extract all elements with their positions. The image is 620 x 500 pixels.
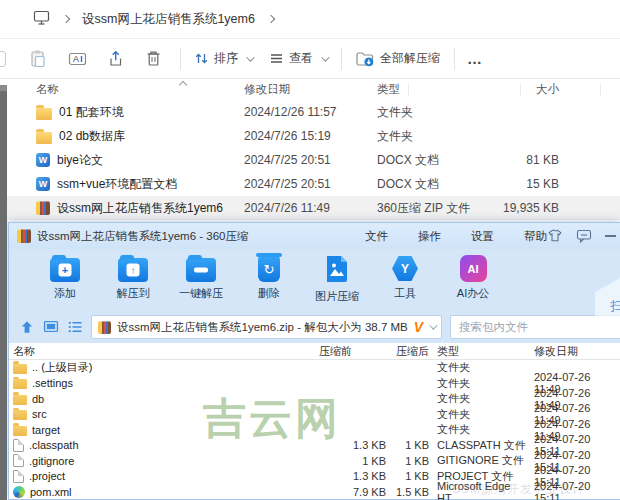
file-size: 81 KB bbox=[489, 153, 559, 167]
tools-button[interactable]: 工具 bbox=[371, 255, 439, 311]
ai-office-button[interactable]: AI办公 bbox=[439, 255, 507, 311]
archive-address-field[interactable]: 设ssm网上花店销售系统1yem6.zip - 解包大小为 38.7 MB bbox=[91, 315, 442, 339]
size-after: 1 KB bbox=[386, 470, 429, 482]
file-explorer-window: 设ssm网上花店销售系统1yem6 A 排序 bbox=[0, 0, 620, 222]
trash-icon[interactable] bbox=[144, 49, 163, 68]
background-window-edge bbox=[0, 85, 7, 500]
file-type: 文件夹 bbox=[377, 128, 489, 145]
size-after: 1.5 KB bbox=[386, 486, 429, 498]
column-header-before[interactable]: 压缩前 bbox=[273, 344, 386, 359]
file-row[interactable]: ssm+vue环境配置文档 2024/7/25 20:51 DOCX 文档 15… bbox=[0, 172, 620, 196]
file-row[interactable]: 01 配套环境 2024/12/26 11:57 文件夹 bbox=[0, 100, 620, 124]
column-header-date[interactable]: 修改日期 bbox=[244, 82, 377, 97]
file-size: 19,935 KB bbox=[489, 201, 559, 215]
toolbar-label: 解压到 bbox=[117, 286, 150, 301]
delete-button[interactable]: 删除 bbox=[235, 255, 303, 311]
file-row[interactable]: biye论文 2024/7/25 20:51 DOCX 文档 81 KB bbox=[0, 148, 620, 172]
zip-archive-icon bbox=[98, 321, 111, 334]
folder-icon bbox=[13, 364, 27, 374]
menu-settings[interactable]: 设置 bbox=[471, 229, 494, 244]
one-click-extract-button[interactable]: 一键解压 bbox=[167, 255, 235, 311]
360zip-address-bar: 设ssm网上花店销售系统1yem6.zip - 解包大小为 38.7 MB bbox=[9, 311, 620, 343]
column-header-size[interactable]: 大小 bbox=[489, 82, 559, 97]
archive-column-headers: 名称 压缩前 压缩后 类型 修改日期 bbox=[9, 343, 620, 360]
more-options-button[interactable]: … bbox=[467, 50, 483, 67]
folder-icon bbox=[13, 410, 27, 420]
file-date: 2024/7/25 20:51 bbox=[244, 153, 377, 167]
folder-plus-icon bbox=[50, 258, 80, 282]
menu-bar: 文件 操作 设置 帮助 bbox=[365, 223, 547, 249]
folder-icon bbox=[13, 426, 27, 436]
column-header-name[interactable]: 名称 bbox=[0, 82, 244, 97]
list-view-icon[interactable] bbox=[67, 319, 83, 335]
file-name: 02 db数据库 bbox=[59, 128, 125, 145]
search-input[interactable] bbox=[450, 315, 620, 339]
menu-file[interactable]: 文件 bbox=[365, 229, 388, 244]
view-mode-icon[interactable] bbox=[43, 319, 59, 335]
toolbar-label: 工具 bbox=[394, 286, 416, 301]
zip-archive-icon bbox=[17, 229, 31, 243]
breadcrumb-chevron-icon bbox=[62, 15, 70, 23]
toolbar-divider bbox=[341, 48, 342, 70]
extract-folder-icon bbox=[355, 49, 375, 68]
menu-help[interactable]: 帮助 bbox=[524, 229, 547, 244]
explorer-column-headers: 名称 修改日期 类型 大小 bbox=[0, 79, 620, 100]
entry-name: .classpath bbox=[29, 439, 79, 451]
entry-name: .project bbox=[29, 470, 65, 482]
image-compress-icon bbox=[325, 255, 349, 285]
extract-all-button[interactable]: 全部解压缩 bbox=[355, 49, 440, 68]
blank-file-icon bbox=[13, 439, 24, 452]
folder-icon bbox=[13, 395, 27, 405]
folder-one-click-extract-icon bbox=[186, 258, 216, 282]
chevron-down-icon[interactable] bbox=[429, 321, 437, 329]
minimize-icon[interactable] bbox=[605, 235, 616, 237]
toolbar-divider bbox=[180, 48, 181, 70]
ai-office-icon bbox=[460, 255, 487, 282]
skin-shirt-icon[interactable] bbox=[547, 228, 563, 245]
site-watermark: 吉云网 bbox=[203, 390, 341, 448]
this-pc-icon[interactable] bbox=[33, 9, 50, 29]
image-compress-button[interactable]: 图片压缩 bbox=[303, 255, 371, 311]
entry-type: 文件夹 bbox=[429, 422, 526, 437]
size-before: 7.9 KB bbox=[273, 486, 386, 498]
blank-file-icon bbox=[13, 470, 24, 483]
entry-name: pom.xml bbox=[30, 486, 72, 498]
up-level-icon[interactable] bbox=[19, 319, 35, 335]
share-icon[interactable] bbox=[106, 49, 125, 68]
entry-name: target bbox=[32, 424, 60, 436]
edge-html-icon bbox=[13, 486, 25, 498]
explorer-toolbar: A 排序 查看 全部解压缩 bbox=[0, 39, 620, 79]
file-name: biye论文 bbox=[57, 152, 103, 169]
entry-type: GITIGNORE 文件 bbox=[429, 453, 526, 468]
paste-icon[interactable] bbox=[28, 49, 47, 68]
sort-button[interactable]: 排序 bbox=[194, 50, 252, 67]
folder-icon bbox=[36, 108, 52, 120]
blank-file-icon bbox=[13, 454, 24, 467]
feedback-chat-icon[interactable] bbox=[576, 228, 592, 245]
column-header-type[interactable]: 类型 bbox=[429, 344, 526, 359]
column-header-name[interactable]: 名称 bbox=[9, 344, 273, 359]
toolbar-divider bbox=[454, 48, 455, 70]
file-size: 15 KB bbox=[489, 177, 559, 191]
column-header-type[interactable]: 类型 bbox=[377, 82, 489, 97]
view-button[interactable]: 查看 bbox=[269, 50, 327, 67]
scan-badge-label: 扫描 bbox=[610, 298, 620, 315]
file-row-selected[interactable]: 设ssm网上花店销售系统1yem6 2024/7/26 11:49 360压缩 … bbox=[0, 196, 620, 220]
extract-to-button[interactable]: 解压到 bbox=[99, 255, 167, 311]
file-row[interactable]: 02 db数据库 2024/7/26 15:19 文件夹 bbox=[0, 124, 620, 148]
360zip-titlebar[interactable]: 设ssm网上花店销售系统1yem6 - 360压缩 文件 操作 设置 帮助 bbox=[9, 223, 620, 249]
screen: 设ssm网上花店销售系统1yem6 A 排序 bbox=[0, 0, 620, 500]
folder-icon bbox=[36, 132, 52, 144]
column-header-date[interactable]: 修改日期 bbox=[526, 344, 620, 359]
orange-v-icon bbox=[414, 319, 423, 335]
sort-label: 排序 bbox=[214, 50, 238, 67]
breadcrumb-path[interactable]: 设ssm网上花店销售系统1yem6 bbox=[82, 11, 255, 28]
menu-operate[interactable]: 操作 bbox=[418, 229, 441, 244]
size-after: 1 KB bbox=[386, 439, 429, 451]
add-button[interactable]: 添加 bbox=[31, 255, 99, 311]
window-title: 设ssm网上花店销售系统1yem6 - 360压缩 bbox=[37, 229, 249, 244]
rename-icon[interactable]: A bbox=[68, 49, 87, 68]
column-header-after[interactable]: 压缩后 bbox=[386, 344, 429, 359]
entry-type: 文件夹 bbox=[429, 391, 526, 406]
file-name: 01 配套环境 bbox=[59, 104, 124, 121]
